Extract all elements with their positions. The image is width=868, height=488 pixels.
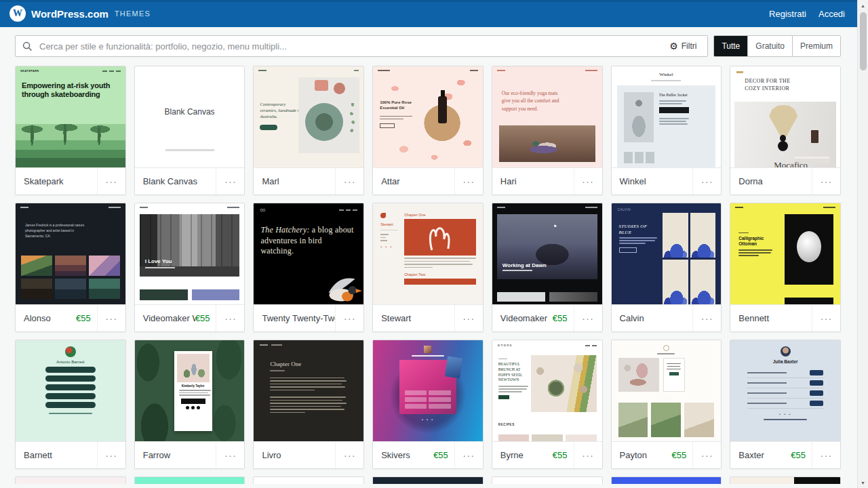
theme-name: Winkel [612, 176, 693, 186]
theme-thumbnail-payton[interactable]: ··· [612, 340, 722, 442]
theme-card-partial-5[interactable] [492, 476, 603, 484]
theme-thumbnail-winkel[interactable]: Winkel The Puffer Jacket [612, 66, 722, 168]
theme-card-partial-1[interactable] [15, 476, 126, 484]
bn-strip [785, 298, 833, 304]
theme-more-options-button[interactable]: ··· [692, 168, 721, 195]
theme-more-options-button[interactable]: ··· [216, 442, 244, 468]
theme-thumbnail-calvin[interactable]: CALVIN STUDIES OF BLUE [612, 203, 722, 305]
theme-more-options-button[interactable]: ··· [692, 442, 721, 468]
bx-dots: • • • [730, 412, 840, 416]
theme-card-partial-7[interactable] [730, 476, 841, 484]
theme-more-options-button[interactable]: ··· [335, 442, 363, 468]
food-photo-image [531, 355, 597, 412]
theme-name: Livro [254, 450, 335, 460]
mh-bar [260, 344, 268, 346]
theme-more-options-button[interactable]: ··· [812, 168, 840, 195]
mh-bar [378, 70, 390, 71]
theme-thumbnail-dorna[interactable]: DECOR FOR THE COZY INTERIOR Mocafico [730, 66, 840, 168]
ln [667, 363, 682, 365]
theme-more-options-button[interactable]: ··· [692, 305, 721, 331]
theme-thumbnail-barnett[interactable]: Antonio Barnett [16, 340, 125, 442]
masterbar-link-login[interactable]: Accedi [818, 9, 845, 19]
theme-thumbnail-marl[interactable]: Contemporary ceramics, handmade in Austr… [254, 66, 363, 168]
theme-thumbnail-videomaker[interactable]: Working at Dawn [492, 203, 602, 305]
wordpress-logo-icon[interactable]: W [9, 5, 26, 22]
tab-all[interactable]: Tutte [714, 36, 747, 56]
theme-more-options-button[interactable]: ··· [574, 168, 602, 195]
ln [179, 392, 209, 394]
theme-more-options-button[interactable]: ··· [812, 305, 840, 331]
theme-thumbnail-farrow[interactable]: Kimberly Taylor [135, 340, 245, 442]
filters-label: Filtri [682, 41, 697, 51]
preview-button [380, 123, 395, 128]
mh-bar [140, 207, 148, 208]
theme-card-partial-3[interactable] [253, 476, 364, 484]
theme-more-options-button[interactable]: ··· [454, 305, 483, 331]
tab-free[interactable]: Gratuito [747, 36, 792, 56]
theme-more-options-button[interactable]: ··· [97, 305, 125, 331]
preview-heading: Calligraphic Ottoman [738, 236, 772, 247]
profile-panel [399, 360, 456, 414]
theme-more-options-button[interactable]: ··· [335, 305, 363, 331]
theme-card-footer: Videomaker €55 ··· [492, 305, 602, 331]
brand-title[interactable]: WordPress.com [31, 8, 108, 20]
theme-name: Skatepark [16, 176, 97, 186]
theme-name: Alonso [16, 313, 76, 323]
theme-price: €55 [553, 313, 568, 323]
theme-more-options-button[interactable]: ··· [574, 442, 602, 468]
scroll-down-button[interactable]: ▼ [858, 477, 868, 488]
theme-thumbnail-twenty-twenty-two[interactable]: OO The Hatchery: a blog about adventures… [254, 203, 363, 305]
theme-thumbnail-attar[interactable]: 100% Pure Rose Essential Oil [373, 66, 483, 168]
theme-more-options-button[interactable]: ··· [97, 442, 125, 468]
mh-bar [227, 207, 239, 208]
theme-thumbnail-skivers[interactable]: • • • [373, 340, 483, 442]
filters-button[interactable]: ⚙ Filtri [665, 41, 701, 52]
mh [16, 203, 125, 211]
theme-thumbnail-bennett[interactable]: Calligraphic Ottoman [730, 203, 840, 305]
preview-intro: James Fredrick is a professional nature … [16, 211, 97, 239]
scrollbar[interactable]: ▲ ▼ [857, 0, 868, 488]
theme-thumbnail-livro[interactable]: Chapter One [254, 340, 363, 442]
theme-card-partial-4[interactable] [372, 476, 484, 484]
theme-thumbnail-alonso[interactable]: James Fredrick is a professional nature … [16, 203, 125, 305]
theme-card-livro: Chapter One Livro ··· [253, 340, 364, 469]
preview-button [260, 125, 277, 130]
scroll-up-button[interactable]: ▲ [858, 0, 868, 11]
ln [380, 119, 403, 120]
theme-more-options-button[interactable]: ··· [574, 305, 602, 331]
theme-thumbnail-baxter[interactable]: Julia Baxter • • • [730, 340, 840, 442]
theme-thumbnail-stewart[interactable]: Stewart • • • Chapter One Chapter Two [373, 203, 483, 305]
theme-more-options-button[interactable]: ··· [335, 168, 363, 195]
theme-more-options-button[interactable]: ··· [216, 168, 244, 195]
theme-thumbnail-videomaker-white[interactable]: I Love You [135, 203, 245, 305]
theme-thumbnail-hari[interactable]: Our eco-friendly yoga mats give you all … [492, 66, 602, 168]
scrollbar-thumb[interactable] [860, 12, 867, 70]
i [405, 390, 427, 395]
theme-thumbnail-skatepark[interactable]: SKATEPARK Empowering at-risk youth throu… [16, 66, 125, 168]
theme-more-options-button[interactable]: ··· [812, 442, 840, 468]
i [549, 292, 597, 302]
theme-card-partial-2[interactable] [134, 476, 245, 484]
masterbar-link-register[interactable]: Registrati [769, 9, 806, 19]
theme-more-options-button[interactable]: ··· [454, 168, 483, 195]
search-toolbar: ⚙ Filtri TutteGratuitoPremium [15, 35, 841, 57]
tab-premium[interactable]: Premium [792, 36, 840, 56]
ln [404, 261, 470, 262]
ln [657, 353, 675, 354]
i [566, 434, 597, 441]
i [592, 345, 597, 346]
ln [270, 406, 341, 407]
search-input[interactable] [38, 41, 660, 52]
theme-card-footer: Marl ··· [254, 168, 363, 195]
ln [270, 409, 344, 410]
theme-more-options-button[interactable]: ··· [216, 305, 244, 331]
ln [619, 240, 655, 241]
theme-thumbnail-blank-canvas[interactable]: Blank Canvas [135, 66, 245, 168]
theme-thumbnail-byrne[interactable]: BYRNE BEAUTIFUL BRUNCH AT POPPY SEED, NE… [492, 340, 602, 442]
theme-card-partial-6[interactable] [611, 476, 722, 484]
theme-card-dorna: DECOR FOR THE COZY INTERIOR Mocafico Dor… [730, 66, 841, 195]
theme-more-options-button[interactable]: ··· [454, 442, 483, 468]
st-mi [380, 240, 387, 241]
preview-brand: Winkel [612, 66, 722, 77]
theme-more-options-button[interactable]: ··· [97, 168, 125, 195]
